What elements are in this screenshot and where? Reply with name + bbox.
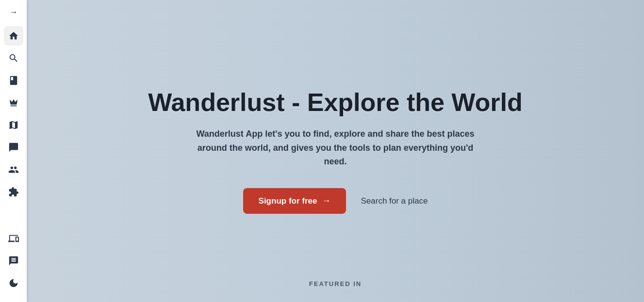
search-icon	[8, 53, 19, 64]
users-icon	[8, 164, 19, 175]
hero-title: Wanderlust - Explore the World	[148, 88, 522, 117]
signup-arrow-icon: →	[322, 196, 330, 206]
hero-subtitle: Wanderlust App let's you to find, explor…	[190, 127, 481, 169]
search-place-link[interactable]: Search for a place	[361, 196, 428, 206]
crown-icon	[8, 97, 19, 108]
sidebar-item-chat[interactable]	[4, 138, 23, 157]
map-icon	[8, 120, 19, 130]
signup-label: Signup for free	[259, 196, 317, 206]
moon-icon	[8, 278, 19, 288]
sidebar-item-puzzle[interactable]	[4, 182, 23, 202]
sidebar-item-messages[interactable]	[4, 251, 23, 270]
sidebar-bottom	[4, 227, 23, 298]
sidebar-item-crown[interactable]	[4, 93, 23, 112]
sidebar: →	[0, 0, 27, 302]
hero-content: Wanderlust - Explore the World Wanderlus…	[27, 0, 644, 302]
sidebar-toggle[interactable]: →	[4, 4, 23, 21]
sidebar-item-search[interactable]	[4, 48, 23, 68]
sidebar-item-home[interactable]	[4, 26, 23, 46]
hero-actions: Signup for free → Search for a place	[243, 188, 428, 214]
sidebar-item-book[interactable]	[4, 71, 23, 90]
book-icon	[8, 75, 19, 86]
featured-in-label: FEATURED IN	[27, 280, 644, 287]
sidebar-item-users[interactable]	[4, 160, 23, 179]
cards-icon	[8, 233, 19, 244]
sidebar-item-moon[interactable]	[4, 273, 23, 293]
messages-icon	[8, 255, 19, 266]
puzzle-icon	[8, 187, 19, 197]
chat-icon	[8, 142, 19, 153]
signup-button[interactable]: Signup for free →	[243, 188, 347, 214]
home-icon	[8, 31, 19, 41]
sidebar-item-cards[interactable]	[4, 229, 23, 248]
sidebar-item-map[interactable]	[4, 115, 23, 135]
